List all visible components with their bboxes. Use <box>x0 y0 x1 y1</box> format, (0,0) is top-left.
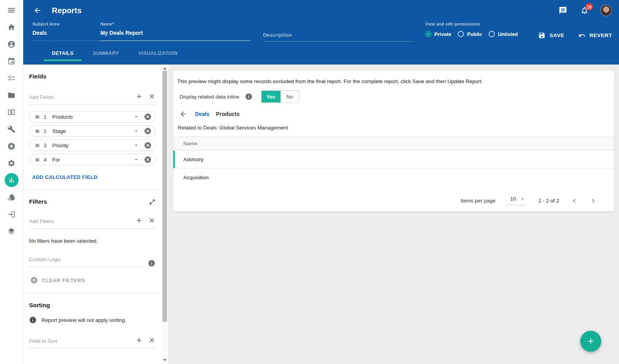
remove-field-icon[interactable] <box>144 127 152 135</box>
subject-area-field[interactable]: Subject Area Deals <box>32 22 100 41</box>
radio-public-label: Public <box>467 31 482 37</box>
clear-sort-x-icon[interactable] <box>148 337 156 344</box>
drag-handle-icon[interactable] <box>34 129 40 134</box>
chevron-down-icon[interactable] <box>133 128 139 134</box>
tab-summary[interactable]: SUMMARY <box>85 47 127 61</box>
finance-icon[interactable] <box>0 104 23 121</box>
inline-toggle-label: Display related data inline <box>180 94 239 100</box>
panel-scrollbar[interactable] <box>161 65 169 364</box>
tab-visualization[interactable]: VISUALIZATION <box>130 47 186 61</box>
drag-handle-icon[interactable] <box>34 143 40 148</box>
tasks-icon[interactable] <box>0 70 23 87</box>
row-value: Acquisition <box>183 175 209 180</box>
radio-public[interactable]: Public <box>458 31 482 37</box>
breadcrumb-deals-link[interactable]: Deals <box>195 111 209 117</box>
field-chip-products[interactable]: 1 Products <box>29 111 156 122</box>
save-button[interactable]: SAVE <box>538 32 564 39</box>
custom-logic-info-icon[interactable] <box>148 259 156 267</box>
add-fab-button[interactable] <box>580 331 601 352</box>
home-icon[interactable] <box>0 19 23 36</box>
field-order-number: 4 <box>44 157 48 163</box>
user-avatar[interactable] <box>600 5 612 16</box>
chevron-down-icon[interactable] <box>133 142 139 148</box>
field-chip-priority[interactable]: 3 Priority <box>29 139 156 151</box>
remove-field-icon[interactable] <box>144 156 152 163</box>
topbar: Reports 15 Subject Area Deals Name* My D… <box>23 0 619 65</box>
back-arrow-icon[interactable] <box>33 6 42 15</box>
report-name-field[interactable]: Name* My Deals Report <box>100 22 250 41</box>
field-order-number: 1 <box>44 114 48 120</box>
field-chip-for[interactable]: 4 For <box>29 154 156 165</box>
revert-button[interactable]: REVERT <box>578 32 612 39</box>
filters-heading: Filters <box>29 198 47 205</box>
settings-icon[interactable] <box>0 155 23 172</box>
report-preview-area: This preview might display some records … <box>169 65 619 364</box>
chat-icon[interactable] <box>559 6 567 15</box>
breadcrumb: Deals Products <box>173 110 614 118</box>
exit-icon[interactable] <box>0 206 23 223</box>
add-sort-plus-icon[interactable] <box>135 337 143 344</box>
description-field[interactable]: Description <box>263 22 413 42</box>
add-fields-input[interactable]: Add Fields <box>29 93 156 105</box>
scrollbar-thumb[interactable] <box>162 71 167 322</box>
custom-logic-input[interactable]: Custom Logic <box>29 257 142 267</box>
drag-handle-icon[interactable] <box>34 157 40 162</box>
preview-note: This preview might display some records … <box>173 71 614 84</box>
contacts-icon[interactable] <box>0 36 23 53</box>
favorites-icon[interactable] <box>0 138 23 155</box>
add-filters-placeholder: Add Filters <box>29 218 135 224</box>
field-order-number: 2 <box>44 128 48 134</box>
hamburger-menu-icon[interactable] <box>0 2 23 19</box>
field-to-sort-input[interactable]: Field to Sort <box>29 337 156 349</box>
scroll-up-arrow[interactable] <box>161 66 168 71</box>
clear-fields-x-icon[interactable] <box>148 93 156 100</box>
breadcrumb-back-icon[interactable] <box>180 110 187 118</box>
previous-page-button[interactable] <box>571 197 578 204</box>
radio-unlisted[interactable]: Unlisted <box>489 31 518 37</box>
sorting-info-icon <box>29 316 37 324</box>
remove-field-icon[interactable] <box>144 113 152 121</box>
clear-filter-x-icon[interactable] <box>148 217 156 224</box>
inline-data-toggle: Yes No <box>261 90 299 103</box>
reports-icon-active[interactable] <box>0 172 23 189</box>
calendar-icon[interactable] <box>0 53 23 70</box>
breadcrumb-current: Products <box>216 111 239 117</box>
table-row[interactable]: Advisory <box>173 151 614 168</box>
add-calculated-field-button[interactable]: ADD CALCULATED FIELD <box>32 174 156 180</box>
remove-field-icon[interactable] <box>144 141 152 149</box>
notifications-bell-icon[interactable]: 15 <box>580 6 589 15</box>
add-filters-input[interactable]: Add Filters <box>29 217 156 229</box>
page-range-text: 1 - 2 of 2 <box>539 198 559 204</box>
handshake-icon[interactable] <box>0 189 23 206</box>
field-label: Priority <box>52 143 133 148</box>
chevron-down-icon[interactable] <box>133 156 139 163</box>
scroll-down-arrow[interactable] <box>161 357 168 363</box>
layers-icon[interactable] <box>0 223 23 240</box>
documents-icon[interactable] <box>0 87 23 104</box>
subject-area-value: Deals <box>32 30 100 41</box>
drag-handle-icon[interactable] <box>34 114 40 119</box>
page-size-select[interactable]: 10 <box>506 196 526 205</box>
add-field-plus-icon[interactable] <box>135 93 143 100</box>
tab-details[interactable]: DETAILS <box>44 47 82 61</box>
description-placeholder: Description <box>263 32 413 42</box>
toggle-yes-button[interactable]: Yes <box>262 91 280 102</box>
radio-private[interactable]: Private <box>425 31 451 37</box>
add-filter-plus-icon[interactable] <box>135 217 143 224</box>
table-row[interactable]: Acquisition <box>173 168 614 186</box>
row-value: Advisory <box>183 156 203 162</box>
report-config-panel: Fields Add Fields 1 Products 2 Stage <box>23 65 161 364</box>
report-name-label: Name* <box>100 22 250 26</box>
expand-filters-icon[interactable] <box>149 199 156 205</box>
tools-icon[interactable] <box>0 121 23 138</box>
field-chip-stage[interactable]: 2 Stage <box>29 125 156 137</box>
inline-toggle-info-icon[interactable] <box>245 93 253 100</box>
chevron-down-icon[interactable] <box>133 114 139 120</box>
field-label: Products <box>52 114 133 120</box>
permissions-label: View and edit permissions <box>425 22 525 26</box>
permissions-group: View and edit permissions Private Public… <box>425 22 525 37</box>
clear-filters-button[interactable]: CLEAR FILTERS <box>30 276 156 284</box>
next-page-button[interactable] <box>590 197 597 204</box>
report-name-value: My Deals Report <box>100 30 250 41</box>
toggle-no-button[interactable]: No <box>280 91 299 102</box>
